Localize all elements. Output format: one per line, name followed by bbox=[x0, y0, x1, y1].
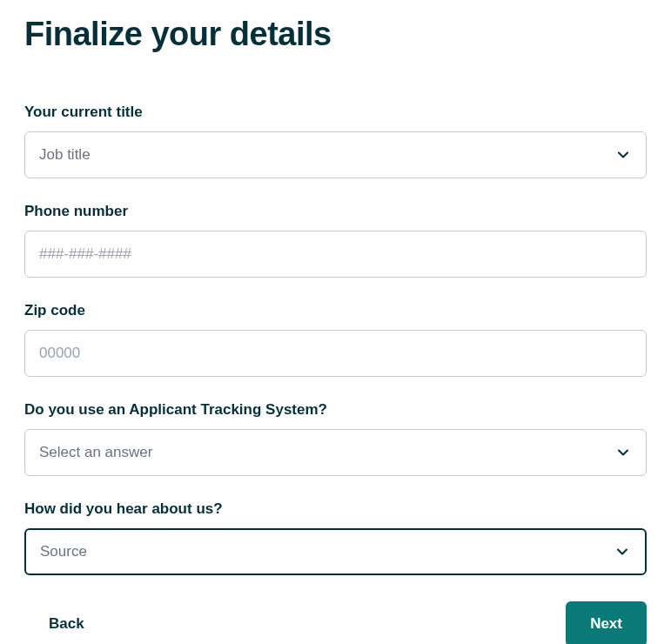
source-select[interactable]: Source bbox=[24, 528, 647, 575]
job-title-label: Your current title bbox=[24, 104, 647, 121]
chevron-down-icon bbox=[614, 444, 632, 461]
ats-placeholder: Select an answer bbox=[39, 444, 152, 461]
job-title-placeholder: Job title bbox=[39, 146, 91, 164]
source-label: How did you hear about us? bbox=[24, 500, 647, 518]
zip-group: Zip code bbox=[24, 302, 647, 377]
chevron-down-icon bbox=[614, 146, 632, 164]
phone-label: Phone number bbox=[24, 203, 647, 220]
job-title-group: Your current title Job title bbox=[24, 104, 647, 178]
zip-label: Zip code bbox=[24, 302, 647, 319]
zip-input[interactable] bbox=[24, 330, 647, 377]
back-button[interactable]: Back bbox=[49, 615, 84, 633]
ats-label: Do you use an Applicant Tracking System? bbox=[24, 401, 647, 419]
button-row: Back Next bbox=[24, 601, 647, 644]
next-button[interactable]: Next bbox=[566, 601, 647, 644]
chevron-down-icon bbox=[614, 543, 631, 560]
job-title-select[interactable]: Job title bbox=[24, 131, 647, 178]
phone-input[interactable] bbox=[24, 231, 647, 278]
phone-group: Phone number bbox=[24, 203, 647, 278]
source-placeholder: Source bbox=[40, 543, 87, 560]
page-title: Finalize your details bbox=[24, 16, 647, 53]
ats-group: Do you use an Applicant Tracking System?… bbox=[24, 401, 647, 476]
ats-select[interactable]: Select an answer bbox=[24, 429, 647, 476]
source-group: How did you hear about us? Source bbox=[24, 500, 647, 575]
